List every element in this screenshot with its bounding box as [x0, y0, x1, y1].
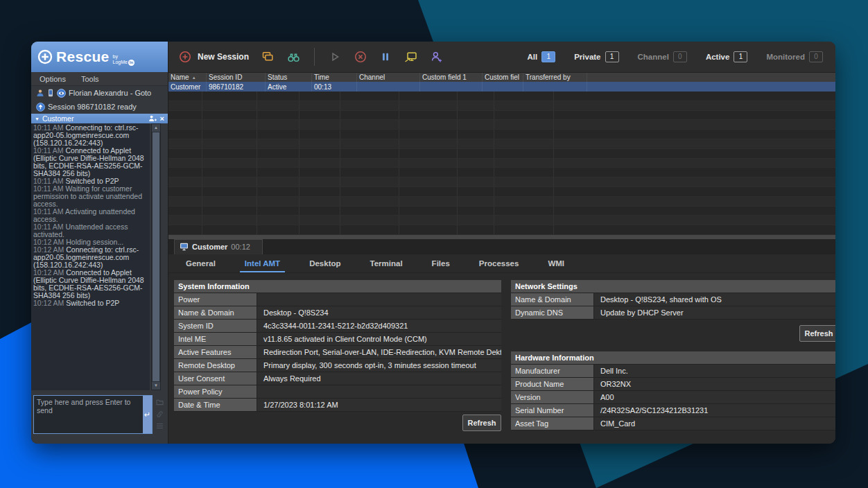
- menu-tools[interactable]: Tools: [81, 75, 99, 83]
- menu-lines-icon[interactable]: [156, 423, 164, 429]
- info-row: Date & Time1/27/2023 8:01:12 AM: [174, 399, 501, 412]
- network-settings-refresh-button[interactable]: Refresh: [799, 325, 835, 342]
- start-session-icon[interactable]: [328, 50, 342, 64]
- info-row: Power Policy: [174, 385, 501, 399]
- add-technician-icon[interactable]: [430, 50, 444, 64]
- session-ready-row: Session 986710182 ready: [31, 100, 168, 114]
- info-label: Dynamic DNS: [511, 306, 593, 319]
- column-header-custom-fiel[interactable]: Custom fiel: [483, 73, 523, 82]
- info-row: Power: [174, 293, 501, 306]
- transfer-session-icon[interactable]: [403, 50, 418, 64]
- column-header-channel[interactable]: Channel: [357, 73, 420, 82]
- filter-monitored[interactable]: Monitored0: [766, 51, 823, 62]
- end-session-icon[interactable]: [354, 50, 367, 64]
- session-filters: All1Private1Channel0Active1Monitored0: [527, 51, 826, 62]
- session-ready-text: Session 986710182 ready: [48, 103, 137, 111]
- plus-circle-logo-icon: [37, 49, 53, 64]
- scroll-up-icon[interactable]: ▲: [152, 124, 160, 132]
- file-transfer-icon[interactable]: [156, 398, 164, 406]
- info-row: ManufacturerDell Inc.: [511, 365, 835, 378]
- info-value: Desktop - Q!8S234: [257, 306, 501, 319]
- monitor-icon: [180, 243, 189, 251]
- tab-general[interactable]: General: [171, 254, 230, 272]
- rescue-logo: Rescue by LogMeIn: [31, 42, 168, 72]
- search-binoculars-icon[interactable]: [286, 50, 301, 64]
- log-scrollbar[interactable]: ▲ ▼: [151, 123, 161, 390]
- column-header-session-id[interactable]: Session ID: [207, 73, 266, 82]
- tab-wmi[interactable]: WMI: [533, 254, 579, 272]
- table-row-empty: [168, 111, 835, 121]
- column-header-name[interactable]: Name▲: [168, 73, 207, 82]
- filter-private[interactable]: Private1: [574, 51, 618, 62]
- customer-workspace-tab[interactable]: Customer 00:12: [174, 239, 263, 254]
- customer-session-label: Customer: [42, 114, 146, 123]
- tab-files[interactable]: Files: [417, 254, 465, 272]
- info-label: Intel ME: [174, 333, 257, 345]
- tab-processes[interactable]: Processes: [465, 254, 534, 272]
- scroll-down-icon[interactable]: ▼: [152, 382, 160, 390]
- sidebar: Rescue by LogMeIn Options Tools: [31, 42, 168, 444]
- log-entry: 10:12 AM Connected to Applet (Elliptic C…: [33, 269, 148, 299]
- filter-count-badge: 0: [673, 51, 687, 62]
- session-row-selected[interactable]: Customer986710182Active00:13: [168, 82, 835, 92]
- column-header-filler: [587, 73, 835, 82]
- chat-send-strip[interactable]: ↵: [143, 396, 152, 433]
- scrollbar-thumb[interactable]: [153, 132, 159, 381]
- chat-input[interactable]: [34, 396, 143, 433]
- tab-desktop[interactable]: Desktop: [295, 254, 355, 272]
- session-table-empty-rows: [168, 92, 835, 235]
- info-row: Active FeaturesRedirection Port, Serial-…: [174, 346, 501, 359]
- connect-to-computer-icon[interactable]: [261, 50, 275, 64]
- info-value: CIM_Card: [593, 417, 835, 430]
- workspace-tabstrip: Customer 00:12: [168, 239, 835, 254]
- column-header-time[interactable]: Time: [312, 73, 357, 82]
- customer-session-header[interactable]: ▼ Customer ×: [31, 114, 168, 123]
- chat-row: ↵: [31, 390, 168, 439]
- info-row: Product NameOR32NX: [511, 378, 835, 391]
- info-value: v11.8.65 activated in Client Control Mod…: [257, 333, 501, 345]
- brand-name: Rescue: [56, 49, 110, 65]
- table-row-empty: [168, 159, 835, 168]
- hold-session-icon[interactable]: [379, 50, 392, 64]
- info-label: Active Features: [174, 346, 257, 358]
- chat-tool-rail: [153, 395, 166, 439]
- table-row-empty: [168, 207, 835, 216]
- filter-active[interactable]: Active1: [706, 51, 748, 62]
- link-icon[interactable]: [156, 410, 164, 418]
- column-header-transferred-by[interactable]: Transferred by: [523, 73, 587, 82]
- workspace-tab-label: Customer: [192, 243, 227, 251]
- menu-options[interactable]: Options: [40, 75, 66, 83]
- column-header-custom-field-1[interactable]: Custom field 1: [420, 73, 483, 82]
- sidebar-menubar: Options Tools: [31, 72, 168, 86]
- phone-icon: [47, 89, 54, 97]
- log-scroll-rail: ▲ ▼: [150, 123, 168, 390]
- filter-label: All: [527, 53, 537, 61]
- info-label: Name & Domain: [174, 306, 257, 319]
- hardware-information-table: Hardware InformationManufacturerDell Inc…: [511, 351, 835, 430]
- tab-terminal[interactable]: Terminal: [356, 254, 417, 272]
- filter-channel[interactable]: Channel0: [638, 51, 687, 62]
- column-header-status[interactable]: Status: [266, 73, 312, 82]
- filter-label: Active: [706, 53, 730, 61]
- info-row: System ID4c3c3344-0011-2341-5212-b2d32d4…: [174, 320, 501, 333]
- info-label: Name & Domain: [511, 293, 593, 306]
- filter-label: Private: [574, 53, 600, 61]
- info-value: Dell Inc.: [593, 365, 835, 377]
- info-row: VersionA00: [511, 391, 835, 404]
- session-log-wrap: 10:11 AM Connecting to: ctrl.rsc-app20-0…: [31, 123, 168, 390]
- session-status-orb-icon: [36, 103, 45, 112]
- invite-technician-icon[interactable]: [148, 115, 157, 122]
- filter-all[interactable]: All1: [527, 51, 555, 62]
- close-session-icon[interactable]: ×: [160, 115, 164, 122]
- system-information-refresh-button[interactable]: Refresh: [462, 415, 501, 431]
- tab-intel-amt[interactable]: Intel AMT: [230, 254, 295, 272]
- info-label: User Consent: [174, 372, 257, 385]
- chat-input-box[interactable]: ↵: [33, 395, 153, 434]
- info-row: Intel MEv11.8.65 activated in Client Con…: [174, 333, 501, 346]
- table-row-empty: [168, 177, 835, 187]
- info-label: Serial Number: [511, 404, 593, 417]
- new-session-button[interactable]: New Session: [178, 50, 249, 64]
- info-row: Name & DomainDesktop - Q!8S234: [174, 306, 501, 320]
- chevron-down-icon[interactable]: ▼: [35, 116, 40, 121]
- log-entry: 10:12 AM Connecting to: ctrl.rsc-app20-0…: [33, 246, 148, 269]
